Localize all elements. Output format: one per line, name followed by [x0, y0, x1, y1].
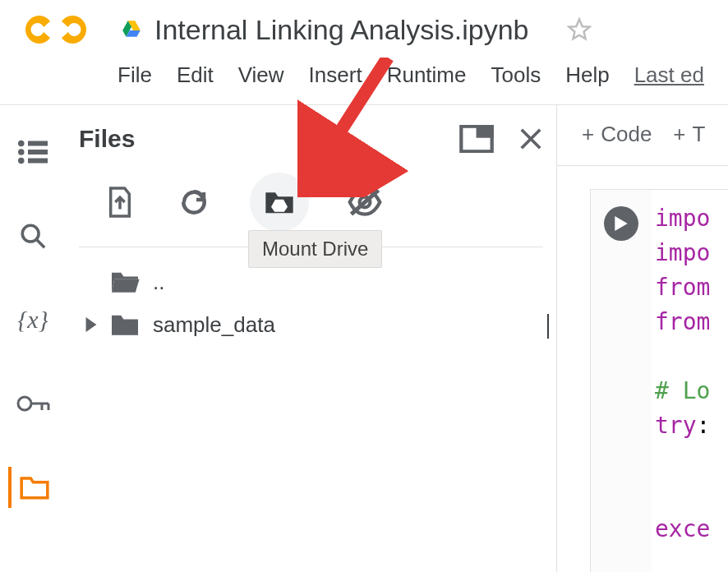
menu-help[interactable]: Help: [565, 62, 609, 88]
menu-last-edit[interactable]: Last ed: [634, 62, 704, 88]
svg-point-5: [18, 158, 25, 164]
svg-point-3: [18, 149, 25, 155]
add-text-label: T: [693, 122, 706, 147]
left-rail: {x}: [0, 105, 66, 572]
plus-icon: +: [673, 122, 685, 147]
svg-point-7: [22, 225, 39, 242]
add-text-button[interactable]: + T: [673, 122, 705, 147]
refresh-icon[interactable]: [176, 184, 212, 220]
drive-icon: [120, 19, 143, 40]
menu-edit[interactable]: Edit: [177, 62, 214, 88]
add-code-label: Code: [601, 122, 652, 147]
variables-icon[interactable]: {x}: [8, 299, 58, 340]
sample-data-label: sample_data: [153, 312, 275, 338]
text-cursor: [547, 314, 549, 339]
folder-icon: [108, 311, 141, 338]
mount-drive-button[interactable]: [250, 173, 309, 232]
star-icon[interactable]: [567, 17, 592, 42]
files-panel: Files: [66, 105, 557, 572]
svg-rect-6: [28, 159, 48, 164]
svg-line-8: [36, 239, 44, 247]
folder-open-icon: [108, 269, 141, 295]
plus-icon: +: [582, 122, 594, 147]
menu-bar: File Edit View Insert Runtime Tools Help…: [0, 49, 728, 104]
svg-rect-2: [28, 141, 48, 146]
sample-data-row[interactable]: sample_data: [79, 303, 543, 346]
menu-runtime[interactable]: Runtime: [387, 62, 467, 88]
svg-point-1: [18, 141, 25, 147]
code-cell[interactable]: impo impo from from # Lo try: exce: [590, 189, 728, 572]
files-icon[interactable]: [8, 467, 58, 508]
svg-point-9: [18, 397, 31, 410]
hidden-files-icon[interactable]: [347, 184, 383, 220]
upload-icon[interactable]: [102, 184, 138, 220]
add-code-button[interactable]: + Code: [582, 122, 652, 147]
parent-dir-label: ..: [153, 270, 164, 295]
files-panel-title: Files: [79, 125, 135, 153]
menu-view[interactable]: View: [238, 62, 284, 88]
svg-rect-14: [478, 127, 492, 136]
expand-icon[interactable]: [85, 317, 102, 332]
code-editor[interactable]: impo impo from from # Lo try: exce: [652, 190, 728, 572]
menu-tools[interactable]: Tools: [491, 62, 541, 88]
search-icon[interactable]: [8, 215, 58, 256]
close-icon[interactable]: [518, 127, 543, 151]
document-title[interactable]: Internal Linking Analysis.ipynb: [154, 14, 529, 46]
secrets-icon[interactable]: [8, 383, 58, 424]
notebook-area: + Code + T impo impo from from # Lo try:…: [557, 105, 728, 572]
menu-insert[interactable]: Insert: [309, 62, 362, 88]
svg-rect-4: [28, 150, 48, 155]
toc-icon[interactable]: [8, 131, 58, 173]
run-cell-button[interactable]: [604, 206, 638, 241]
mount-drive-tooltip: Mount Drive: [248, 230, 382, 268]
menu-file[interactable]: File: [117, 62, 152, 88]
new-tab-icon[interactable]: [459, 125, 494, 153]
colab-logo: [23, 10, 89, 49]
